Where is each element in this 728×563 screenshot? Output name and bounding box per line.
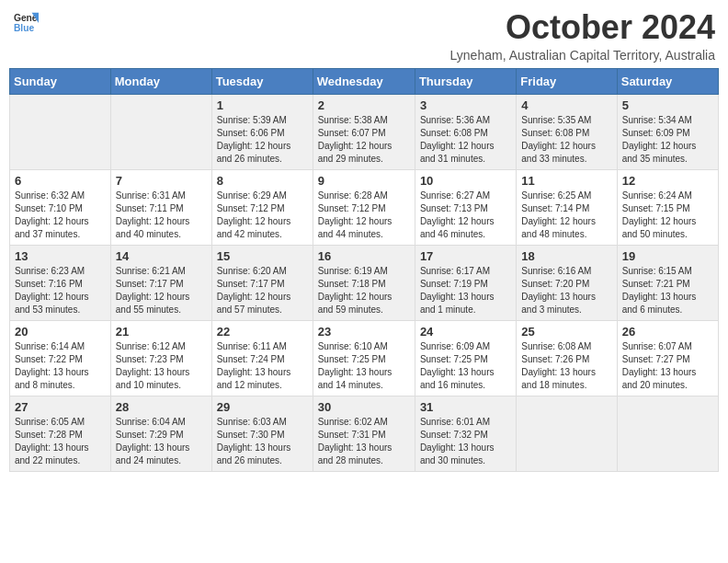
day-info: Sunrise: 6:20 AMSunset: 7:17 PMDaylight:… <box>217 265 308 316</box>
day-header-monday: Monday <box>110 68 211 94</box>
day-number: 23 <box>318 325 410 339</box>
day-number: 9 <box>318 174 410 188</box>
calendar-cell: 22Sunrise: 6:11 AMSunset: 7:24 PMDayligh… <box>211 320 313 396</box>
calendar-cell: 23Sunrise: 6:10 AMSunset: 7:25 PMDayligh… <box>313 320 415 396</box>
svg-text:Blue: Blue <box>14 23 35 33</box>
week-row-4: 20Sunrise: 6:14 AMSunset: 7:22 PMDayligh… <box>10 320 719 396</box>
day-info: Sunrise: 5:34 AMSunset: 6:09 PMDaylight:… <box>622 114 713 166</box>
calendar-cell: 12Sunrise: 6:24 AMSunset: 7:15 PMDayligh… <box>617 169 718 245</box>
day-info: Sunrise: 6:19 AMSunset: 7:18 PMDaylight:… <box>318 265 410 316</box>
day-number: 12 <box>622 174 713 188</box>
day-header-tuesday: Tuesday <box>211 68 313 94</box>
day-info: Sunrise: 6:12 AMSunset: 7:23 PMDaylight:… <box>116 340 207 392</box>
day-info: Sunrise: 6:24 AMSunset: 7:15 PMDaylight:… <box>622 190 713 241</box>
day-number: 5 <box>622 98 713 112</box>
day-number: 30 <box>318 400 410 414</box>
day-number: 15 <box>217 249 308 263</box>
day-number: 1 <box>217 98 308 112</box>
day-number: 28 <box>116 400 207 414</box>
day-header-saturday: Saturday <box>617 68 718 94</box>
calendar-cell: 20Sunrise: 6:14 AMSunset: 7:22 PMDayligh… <box>10 320 111 396</box>
calendar: SundayMondayTuesdayWednesdayThursdayFrid… <box>9 68 719 472</box>
calendar-cell: 31Sunrise: 6:01 AMSunset: 7:32 PMDayligh… <box>415 396 516 471</box>
day-number: 31 <box>420 400 511 414</box>
day-info: Sunrise: 6:25 AMSunset: 7:14 PMDaylight:… <box>521 190 611 241</box>
week-row-5: 27Sunrise: 6:05 AMSunset: 7:28 PMDayligh… <box>10 396 719 471</box>
calendar-cell: 27Sunrise: 6:05 AMSunset: 7:28 PMDayligh… <box>10 396 111 471</box>
header: General Blue October 2024 Lyneham, Austr… <box>9 9 719 63</box>
day-number: 24 <box>420 325 511 339</box>
calendar-cell: 30Sunrise: 6:02 AMSunset: 7:31 PMDayligh… <box>313 396 415 471</box>
calendar-cell: 8Sunrise: 6:29 AMSunset: 7:12 PMDaylight… <box>211 169 313 245</box>
day-number: 22 <box>217 325 308 339</box>
day-info: Sunrise: 6:31 AMSunset: 7:11 PMDaylight:… <box>116 190 207 241</box>
calendar-cell: 17Sunrise: 6:17 AMSunset: 7:19 PMDayligh… <box>415 245 516 320</box>
day-info: Sunrise: 6:07 AMSunset: 7:27 PMDaylight:… <box>622 340 713 392</box>
day-number: 7 <box>116 174 207 188</box>
day-number: 19 <box>622 249 713 263</box>
day-info: Sunrise: 6:29 AMSunset: 7:12 PMDaylight:… <box>217 190 308 241</box>
day-number: 4 <box>521 98 611 112</box>
day-info: Sunrise: 6:15 AMSunset: 7:21 PMDaylight:… <box>622 265 713 316</box>
calendar-cell: 5Sunrise: 5:34 AMSunset: 6:09 PMDaylight… <box>617 94 718 169</box>
day-info: Sunrise: 6:11 AMSunset: 7:24 PMDaylight:… <box>217 340 308 392</box>
calendar-cell: 14Sunrise: 6:21 AMSunset: 7:17 PMDayligh… <box>110 245 211 320</box>
day-number: 16 <box>318 249 410 263</box>
day-number: 2 <box>318 98 410 112</box>
calendar-cell: 11Sunrise: 6:25 AMSunset: 7:14 PMDayligh… <box>517 169 617 245</box>
week-row-2: 6Sunrise: 6:32 AMSunset: 7:10 PMDaylight… <box>10 169 719 245</box>
day-number: 10 <box>420 174 511 188</box>
title-area: October 2024 Lyneham, Australian Capital… <box>450 9 715 63</box>
calendar-cell: 3Sunrise: 5:36 AMSunset: 6:08 PMDaylight… <box>415 94 516 169</box>
calendar-cell: 9Sunrise: 6:28 AMSunset: 7:12 PMDaylight… <box>313 169 415 245</box>
day-number: 13 <box>15 249 106 263</box>
day-header-thursday: Thursday <box>415 68 516 94</box>
day-info: Sunrise: 6:32 AMSunset: 7:10 PMDaylight:… <box>15 190 106 241</box>
day-number: 17 <box>420 249 511 263</box>
day-info: Sunrise: 6:23 AMSunset: 7:16 PMDaylight:… <box>15 265 106 316</box>
day-number: 20 <box>15 325 106 339</box>
day-number: 29 <box>217 400 308 414</box>
day-info: Sunrise: 6:16 AMSunset: 7:20 PMDaylight:… <box>521 265 611 316</box>
day-info: Sunrise: 6:17 AMSunset: 7:19 PMDaylight:… <box>420 265 511 316</box>
calendar-cell <box>517 396 617 471</box>
calendar-cell: 10Sunrise: 6:27 AMSunset: 7:13 PMDayligh… <box>415 169 516 245</box>
calendar-cell: 15Sunrise: 6:20 AMSunset: 7:17 PMDayligh… <box>211 245 313 320</box>
day-number: 11 <box>521 174 611 188</box>
day-info: Sunrise: 5:36 AMSunset: 6:08 PMDaylight:… <box>420 114 511 166</box>
calendar-cell: 13Sunrise: 6:23 AMSunset: 7:16 PMDayligh… <box>10 245 111 320</box>
calendar-cell <box>617 396 718 471</box>
calendar-cell: 6Sunrise: 6:32 AMSunset: 7:10 PMDaylight… <box>10 169 111 245</box>
day-number: 6 <box>15 174 106 188</box>
day-number: 3 <box>420 98 511 112</box>
calendar-cell: 2Sunrise: 5:38 AMSunset: 6:07 PMDaylight… <box>313 94 415 169</box>
day-info: Sunrise: 6:03 AMSunset: 7:30 PMDaylight:… <box>217 416 308 467</box>
day-number: 21 <box>116 325 207 339</box>
logo-icon: General Blue <box>13 9 39 35</box>
day-number: 14 <box>116 249 207 263</box>
day-number: 25 <box>521 325 611 339</box>
day-header-sunday: Sunday <box>10 68 111 94</box>
day-number: 26 <box>622 325 713 339</box>
day-info: Sunrise: 6:02 AMSunset: 7:31 PMDaylight:… <box>318 416 410 467</box>
calendar-cell: 25Sunrise: 6:08 AMSunset: 7:26 PMDayligh… <box>517 320 617 396</box>
day-info: Sunrise: 5:39 AMSunset: 6:06 PMDaylight:… <box>217 114 308 166</box>
calendar-cell <box>10 94 111 169</box>
days-header-row: SundayMondayTuesdayWednesdayThursdayFrid… <box>10 68 719 94</box>
calendar-cell: 28Sunrise: 6:04 AMSunset: 7:29 PMDayligh… <box>110 396 211 471</box>
calendar-cell <box>110 94 211 169</box>
day-info: Sunrise: 6:04 AMSunset: 7:29 PMDaylight:… <box>116 416 207 467</box>
calendar-cell: 18Sunrise: 6:16 AMSunset: 7:20 PMDayligh… <box>517 245 617 320</box>
calendar-cell: 19Sunrise: 6:15 AMSunset: 7:21 PMDayligh… <box>617 245 718 320</box>
day-info: Sunrise: 6:28 AMSunset: 7:12 PMDaylight:… <box>318 190 410 241</box>
month-title: October 2024 <box>450 9 715 46</box>
calendar-cell: 24Sunrise: 6:09 AMSunset: 7:25 PMDayligh… <box>415 320 516 396</box>
day-info: Sunrise: 6:27 AMSunset: 7:13 PMDaylight:… <box>420 190 511 241</box>
calendar-cell: 26Sunrise: 6:07 AMSunset: 7:27 PMDayligh… <box>617 320 718 396</box>
day-number: 27 <box>15 400 106 414</box>
day-info: Sunrise: 6:05 AMSunset: 7:28 PMDaylight:… <box>15 416 106 467</box>
week-row-3: 13Sunrise: 6:23 AMSunset: 7:16 PMDayligh… <box>10 245 719 320</box>
location-title: Lyneham, Australian Capital Territory, A… <box>450 48 715 63</box>
day-header-friday: Friday <box>517 68 617 94</box>
calendar-cell: 16Sunrise: 6:19 AMSunset: 7:18 PMDayligh… <box>313 245 415 320</box>
